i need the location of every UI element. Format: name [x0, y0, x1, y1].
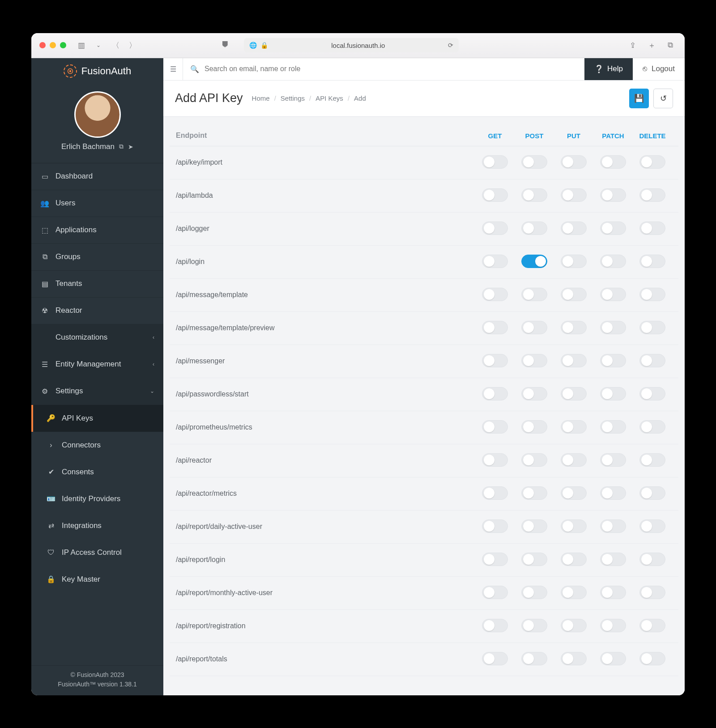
toggle-post[interactable]: [521, 519, 547, 533]
toggle-get[interactable]: [482, 221, 508, 235]
shield-icon[interactable]: ⛊: [219, 39, 232, 51]
location-icon[interactable]: ➤: [128, 143, 133, 150]
toggle-get[interactable]: [482, 255, 508, 268]
toggle-put[interactable]: [561, 387, 587, 400]
toggle-post[interactable]: [521, 354, 547, 367]
toggle-patch[interactable]: [600, 553, 626, 566]
reload-icon[interactable]: ⟳: [448, 42, 453, 49]
toggle-get[interactable]: [482, 652, 508, 665]
sidebar-subitem-ip-access-control[interactable]: 🛡 IP Access Control: [31, 539, 163, 566]
sidebar-item-users[interactable]: 👥 Users: [31, 190, 163, 217]
toggle-post[interactable]: [521, 553, 547, 566]
toggle-delete[interactable]: [639, 155, 665, 169]
toggle-patch[interactable]: [600, 420, 626, 434]
toggle-patch[interactable]: [600, 387, 626, 400]
toggle-post[interactable]: [521, 321, 547, 334]
toggle-put[interactable]: [561, 354, 587, 367]
sidebar-subitem-connectors[interactable]: › Connectors: [31, 432, 163, 459]
avatar[interactable]: [74, 91, 121, 138]
toggle-put[interactable]: [561, 586, 587, 599]
toggle-get[interactable]: [482, 321, 508, 334]
toggle-post[interactable]: [521, 486, 547, 500]
toggle-put[interactable]: [561, 321, 587, 334]
toggle-delete[interactable]: [639, 586, 665, 599]
search-input[interactable]: [205, 65, 577, 73]
toggle-patch[interactable]: [600, 288, 626, 301]
toggle-delete[interactable]: [639, 387, 665, 400]
toggle-delete[interactable]: [639, 619, 665, 632]
toggle-put[interactable]: [561, 155, 587, 169]
toggle-patch[interactable]: [600, 188, 626, 202]
toggle-put[interactable]: [561, 255, 587, 268]
tabs-overview-icon[interactable]: ⧉: [664, 39, 677, 51]
toggle-get[interactable]: [482, 288, 508, 301]
toggle-delete[interactable]: [639, 553, 665, 566]
toggle-put[interactable]: [561, 619, 587, 632]
toggle-patch[interactable]: [600, 519, 626, 533]
toggle-put[interactable]: [561, 553, 587, 566]
sidebar-section-settings[interactable]: ⚙ Settings ⌄: [31, 378, 163, 405]
sidebar-section-entity-management[interactable]: ☰ Entity Management ‹: [31, 351, 163, 378]
toggle-post[interactable]: [521, 420, 547, 434]
toggle-post[interactable]: [521, 155, 547, 169]
toggle-delete[interactable]: [639, 221, 665, 235]
toggle-post[interactable]: [521, 387, 547, 400]
collapse-sidebar-icon[interactable]: ☰: [163, 58, 183, 80]
toggle-get[interactable]: [482, 387, 508, 400]
minimize-window-icon[interactable]: [50, 42, 56, 48]
sidebar-subitem-integrations[interactable]: ⇄ Integrations: [31, 512, 163, 539]
toggle-delete[interactable]: [639, 255, 665, 268]
toggle-put[interactable]: [561, 486, 587, 500]
sidebar-item-groups[interactable]: ⧉ Groups: [31, 244, 163, 271]
toggle-put[interactable]: [561, 188, 587, 202]
toggle-post[interactable]: [521, 619, 547, 632]
sidebar-subitem-consents[interactable]: ✔ Consents: [31, 459, 163, 485]
toggle-patch[interactable]: [600, 255, 626, 268]
toggle-get[interactable]: [482, 619, 508, 632]
toggle-post[interactable]: [521, 255, 547, 268]
toggle-post[interactable]: [521, 586, 547, 599]
forward-icon[interactable]: 〉: [126, 39, 139, 51]
toggle-patch[interactable]: [600, 486, 626, 500]
sidebar-subitem-key-master[interactable]: 🔒 Key Master: [31, 566, 163, 593]
breadcrumb-item[interactable]: Settings: [281, 94, 305, 102]
toggle-post[interactable]: [521, 288, 547, 301]
toggle-patch[interactable]: [600, 155, 626, 169]
sidebar-item-dashboard[interactable]: ▭ Dashboard: [31, 163, 163, 190]
toggle-patch[interactable]: [600, 586, 626, 599]
toggle-delete[interactable]: [639, 354, 665, 367]
maximize-window-icon[interactable]: [60, 42, 66, 48]
site-settings-icon[interactable]: 🌐: [249, 42, 257, 49]
id-card-icon[interactable]: ⧉: [119, 143, 124, 150]
toggle-post[interactable]: [521, 652, 547, 665]
toggle-post[interactable]: [521, 221, 547, 235]
toggle-put[interactable]: [561, 519, 587, 533]
toggle-get[interactable]: [482, 354, 508, 367]
toggle-put[interactable]: [561, 221, 587, 235]
save-button[interactable]: 💾: [629, 89, 649, 108]
toggle-get[interactable]: [482, 519, 508, 533]
sidebar-section-customizations[interactable]: Customizations ‹: [31, 324, 163, 351]
sidebar-subitem-identity-providers[interactable]: 🪪 Identity Providers: [31, 485, 163, 512]
toggle-patch[interactable]: [600, 354, 626, 367]
toggle-put[interactable]: [561, 288, 587, 301]
toggle-get[interactable]: [482, 188, 508, 202]
toggle-post[interactable]: [521, 188, 547, 202]
breadcrumb-item[interactable]: API Keys: [315, 94, 343, 102]
toggle-post[interactable]: [521, 453, 547, 467]
toggle-delete[interactable]: [639, 188, 665, 202]
toggle-delete[interactable]: [639, 652, 665, 665]
share-icon[interactable]: ⇪: [626, 39, 639, 51]
sidebar-item-reactor[interactable]: ☢ Reactor: [31, 298, 163, 324]
toggle-delete[interactable]: [639, 486, 665, 500]
toggle-patch[interactable]: [600, 619, 626, 632]
sidebar-subitem-api-keys[interactable]: 🔑 API Keys: [31, 405, 163, 432]
toggle-put[interactable]: [561, 652, 587, 665]
close-window-icon[interactable]: [39, 42, 46, 48]
toggle-patch[interactable]: [600, 453, 626, 467]
logout-button[interactable]: ⎋ Logout: [633, 58, 685, 80]
toggle-delete[interactable]: [639, 519, 665, 533]
toggle-delete[interactable]: [639, 453, 665, 467]
new-tab-icon[interactable]: ＋: [645, 39, 658, 51]
address-bar[interactable]: 🌐 🔒 local.fusionauth.io ⟳: [244, 38, 459, 52]
